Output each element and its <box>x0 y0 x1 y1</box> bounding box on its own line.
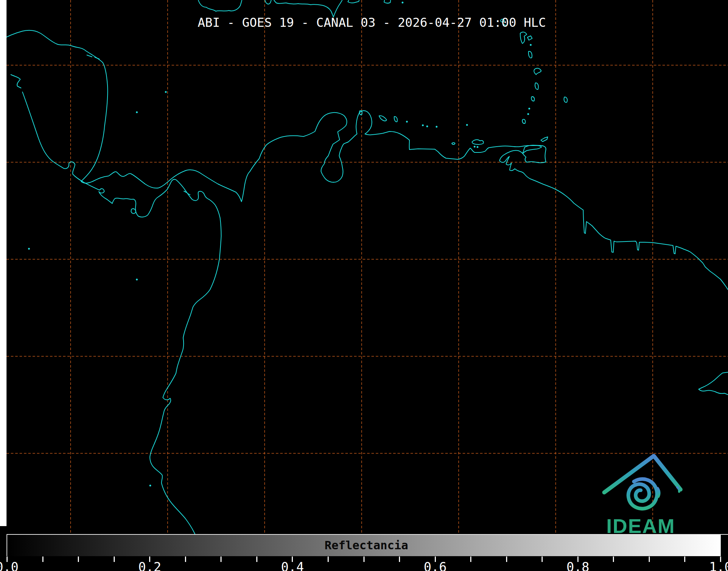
colorbar-minor-tick <box>185 557 186 562</box>
island-dot <box>422 125 424 126</box>
colorbar-minor-tick <box>613 557 614 562</box>
logo-hurricane-spiral-icon <box>628 479 660 509</box>
island-dot <box>136 112 138 113</box>
island-dot <box>406 121 408 123</box>
logo-mountain-icon <box>604 456 681 492</box>
colorbar-minor-tick <box>114 557 115 562</box>
colorbar-minor-tick <box>399 557 400 562</box>
colorbar-label: Reflectancia <box>324 535 408 556</box>
colorbar-tick-label: 0.2 <box>138 560 161 571</box>
island-dot <box>477 146 479 148</box>
island-dot <box>474 146 476 148</box>
colorbar-minor-tick <box>220 557 222 562</box>
colorbar-minor-tick <box>649 557 650 562</box>
ideam-logo <box>592 450 690 513</box>
colorbar-minor-tick <box>542 557 543 562</box>
island-dot <box>402 2 404 4</box>
island-dot <box>136 279 138 281</box>
island-dot <box>28 248 30 250</box>
colorbar-tick-label: 0.8 <box>567 560 589 571</box>
colorbar-minor-tick <box>506 557 507 562</box>
colorbar-tick-label: 0.6 <box>424 560 446 571</box>
figure-left-margin <box>0 0 7 526</box>
colorbar-tick-label: 0.4 <box>281 560 304 571</box>
colorbar-minor-tick <box>78 557 79 562</box>
colorbar-minor-tick <box>256 557 257 562</box>
island-dot <box>436 126 438 128</box>
island-dot <box>530 44 532 46</box>
island-dot <box>150 485 151 487</box>
colorbar-minor-tick <box>363 557 365 562</box>
island-dot <box>529 108 530 110</box>
island-dot <box>426 126 428 127</box>
colorbar-minor-tick <box>42 557 43 562</box>
colorbar-minor-tick <box>328 557 329 562</box>
island-dot <box>466 124 468 126</box>
island-dot <box>165 91 167 93</box>
colorbar-minor-tick <box>684 557 685 562</box>
satellite-image-viewer: { "title": { "text": "ABI - GOES 19 - CA… <box>0 0 728 571</box>
colorbar-tick-label: 0.0 <box>0 560 18 571</box>
island-dot <box>527 113 529 115</box>
image-title: ABI - GOES 19 - CANAL 03 - 2026-04-27 01… <box>198 15 546 30</box>
colorbar-minor-tick <box>470 557 471 562</box>
colorbar-tick-label: 1.0 <box>709 560 728 571</box>
